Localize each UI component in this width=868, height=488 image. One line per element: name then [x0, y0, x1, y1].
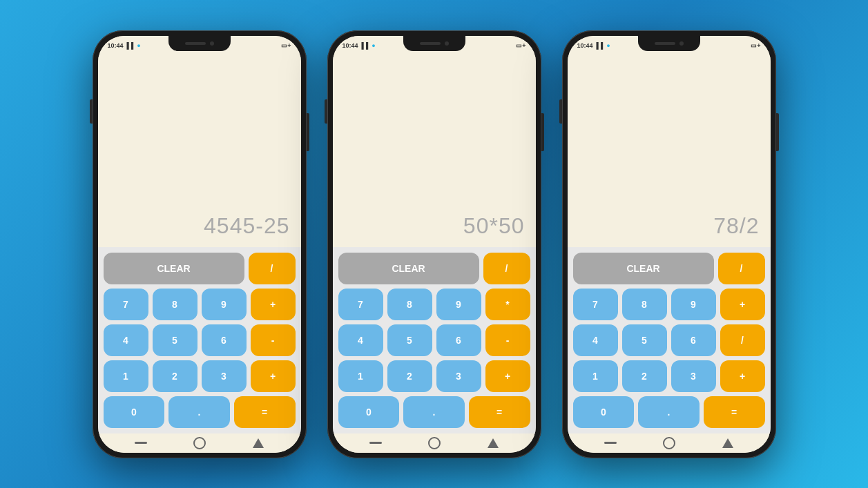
key-multiply-2[interactable]: *	[485, 289, 530, 320]
key-9-3[interactable]: 9	[671, 289, 716, 320]
status-bar-1: 10:44 ▌▌ ● ▭+	[98, 36, 301, 55]
key-4-2[interactable]: 4	[338, 324, 383, 356]
divide-button-2[interactable]: /	[483, 253, 530, 284]
row1-1: 1 2 3 +	[104, 360, 296, 392]
expression-3: 78/2	[713, 213, 759, 239]
nav-bar-1	[98, 433, 301, 453]
row0-1: 0 . =	[104, 396, 296, 428]
display-3: 78/2	[568, 55, 771, 247]
row7-1: 7 8 9 +	[104, 289, 296, 320]
top-row-3: CLEAR /	[573, 253, 765, 284]
status-time-3: 10:44 ▌▌ ●	[577, 42, 610, 49]
status-bar-2: 10:44 ▌▌ ● ▭+	[333, 36, 536, 55]
key-3-3[interactable]: 3	[671, 360, 716, 392]
nav-home-3	[604, 442, 617, 444]
key-3-2[interactable]: 3	[436, 360, 481, 392]
key-2-3[interactable]: 2	[622, 360, 667, 392]
nav-home-1	[135, 442, 147, 444]
row0-3: 0 . =	[573, 396, 765, 428]
status-bar-3: 10:44 ▌▌ ● ▭+	[568, 36, 771, 55]
display-2: 50*50	[333, 55, 536, 247]
key-minus-1[interactable]: -	[251, 324, 296, 356]
key-1-3[interactable]: 1	[573, 360, 618, 392]
key-3-1[interactable]: 3	[202, 360, 247, 392]
clear-button-3[interactable]: CLEAR	[573, 253, 714, 284]
nav-back-3	[722, 438, 733, 448]
keypad-2: CLEAR / 7 8 9 * 4 5 6 - 1 2 3 +	[333, 247, 536, 433]
key-equals-1[interactable]: =	[234, 396, 296, 428]
nav-back-1	[253, 438, 264, 448]
key-6-2[interactable]: 6	[436, 324, 481, 356]
row1-3: 1 2 3 +	[573, 360, 765, 392]
nav-bar-2	[333, 433, 536, 453]
key-7-1[interactable]: 7	[104, 289, 148, 320]
nav-home-2	[369, 442, 382, 444]
phone-3: 10:44 ▌▌ ● ▭+ 78/2 CLEAR / 7 8 9	[562, 30, 776, 458]
key-5-3[interactable]: 5	[622, 324, 667, 356]
key-equals-3[interactable]: =	[704, 396, 765, 428]
key-2-2[interactable]: 2	[387, 360, 432, 392]
camera-3	[679, 41, 684, 46]
key-multiply-1[interactable]: +	[251, 360, 296, 392]
key-4-1[interactable]: 4	[104, 324, 148, 356]
row1-2: 1 2 3 +	[338, 360, 530, 392]
nav-square-1	[193, 437, 206, 449]
nav-back-2	[488, 438, 499, 448]
status-icons-1: ▭+	[281, 42, 291, 49]
nav-square-3	[663, 437, 675, 449]
key-0-2[interactable]: 0	[338, 396, 400, 428]
key-divide-3[interactable]: /	[720, 324, 765, 356]
row4-2: 4 5 6 -	[338, 324, 530, 356]
clear-button-2[interactable]: CLEAR	[338, 253, 479, 284]
expression-1: 4545-25	[204, 213, 289, 239]
key-7-2[interactable]: 7	[338, 289, 383, 320]
phone-1: 10:44 ▌▌ ● ▭+ 4545-25 CLEAR / 7 8	[93, 30, 307, 458]
key-0-3[interactable]: 0	[573, 396, 635, 428]
divide-button-1[interactable]: /	[249, 253, 296, 284]
key-5-1[interactable]: 5	[153, 324, 197, 356]
status-time-2: 10:44 ▌▌ ●	[343, 42, 376, 49]
row4-1: 4 5 6 -	[104, 324, 296, 356]
expression-2: 50*50	[463, 213, 525, 239]
key-dot-2[interactable]: .	[403, 396, 465, 428]
key-8-2[interactable]: 8	[387, 289, 432, 320]
key-1-2[interactable]: 1	[338, 360, 383, 392]
key-7-3[interactable]: 7	[573, 289, 618, 320]
status-time-1: 10:44 ▌▌ ●	[108, 42, 141, 49]
speaker-3	[655, 42, 675, 45]
row4-3: 4 5 6 /	[573, 324, 765, 356]
nav-bar-3	[568, 433, 771, 453]
notch-1	[168, 36, 231, 51]
key-2-1[interactable]: 2	[153, 360, 197, 392]
display-1: 4545-25	[98, 55, 301, 247]
key-plus-3[interactable]: +	[720, 289, 765, 320]
key-dot-1[interactable]: .	[168, 396, 230, 428]
key-6-3[interactable]: 6	[671, 324, 716, 356]
key-add-3[interactable]: +	[720, 360, 765, 392]
notch-3	[638, 36, 700, 51]
key-equals-2[interactable]: =	[469, 396, 530, 428]
key-9-2[interactable]: 9	[436, 289, 481, 320]
divide-button-3[interactable]: /	[718, 253, 765, 284]
speaker-2	[420, 42, 441, 45]
key-4-3[interactable]: 4	[573, 324, 618, 356]
top-row-1: CLEAR /	[104, 253, 296, 284]
row7-2: 7 8 9 *	[338, 289, 530, 320]
key-plus-2[interactable]: +	[485, 360, 530, 392]
key-minus-2[interactable]: -	[485, 324, 530, 356]
key-9-1[interactable]: 9	[202, 289, 247, 320]
key-1-1[interactable]: 1	[104, 360, 148, 392]
row0-2: 0 . =	[338, 396, 530, 428]
key-dot-3[interactable]: .	[638, 396, 700, 428]
key-8-1[interactable]: 8	[153, 289, 197, 320]
clear-button-1[interactable]: CLEAR	[104, 253, 244, 284]
key-8-3[interactable]: 8	[622, 289, 667, 320]
key-plus-1[interactable]: +	[251, 289, 296, 320]
phone-2: 10:44 ▌▌ ● ▭+ 50*50 CLEAR / 7 8 9	[327, 30, 541, 458]
row7-3: 7 8 9 +	[573, 289, 765, 320]
status-icons-3: ▭+	[751, 42, 760, 49]
key-5-2[interactable]: 5	[387, 324, 432, 356]
keypad-1: CLEAR / 7 8 9 + 4 5 6 - 1 2 3 +	[98, 247, 301, 433]
key-0-1[interactable]: 0	[104, 396, 165, 428]
key-6-1[interactable]: 6	[202, 324, 247, 356]
